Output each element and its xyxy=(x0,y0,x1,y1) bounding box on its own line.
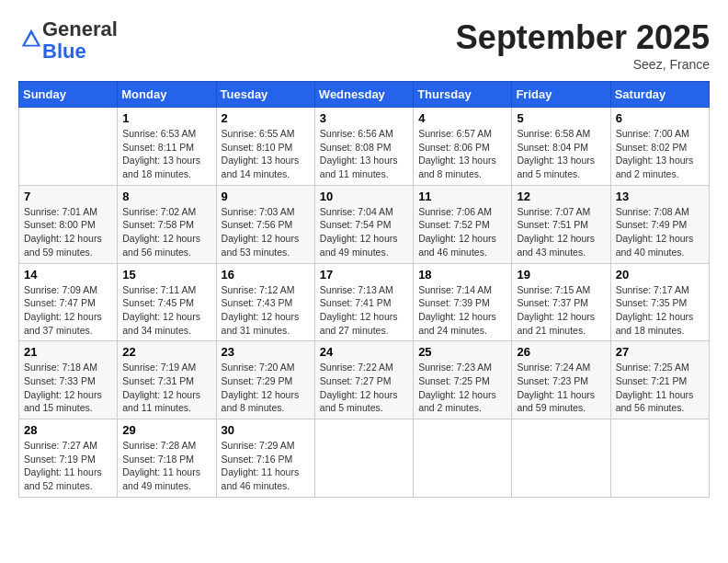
week-row-3: 14Sunrise: 7:09 AMSunset: 7:47 PMDayligh… xyxy=(19,263,710,341)
calendar-cell: 18Sunrise: 7:14 AMSunset: 7:39 PMDayligh… xyxy=(414,263,512,341)
calendar-cell: 16Sunrise: 7:12 AMSunset: 7:43 PMDayligh… xyxy=(216,263,314,341)
calendar-cell: 7Sunrise: 7:01 AMSunset: 8:00 PMDaylight… xyxy=(19,185,118,263)
calendar-cell: 11Sunrise: 7:06 AMSunset: 7:52 PMDayligh… xyxy=(414,185,512,263)
calendar-cell xyxy=(19,108,118,186)
day-number: 9 xyxy=(222,190,310,203)
cell-info: Sunrise: 7:01 AMSunset: 8:00 PMDaylight:… xyxy=(24,205,112,259)
calendar-cell: 29Sunrise: 7:28 AMSunset: 7:18 PMDayligh… xyxy=(118,419,216,498)
day-number: 2 xyxy=(222,111,310,125)
cell-info: Sunrise: 7:20 AMSunset: 7:29 PMDaylight:… xyxy=(222,361,310,415)
logo-icon xyxy=(20,28,42,50)
calendar-cell: 26Sunrise: 7:24 AMSunset: 7:23 PMDayligh… xyxy=(512,341,610,419)
calendar-cell: 22Sunrise: 7:19 AMSunset: 7:31 PMDayligh… xyxy=(118,341,216,419)
cell-info: Sunrise: 7:11 AMSunset: 7:45 PMDaylight:… xyxy=(122,283,210,338)
calendar-cell: 9Sunrise: 7:03 AMSunset: 7:56 PMDaylight… xyxy=(216,185,314,263)
calendar-cell: 21Sunrise: 7:18 AMSunset: 7:33 PMDayligh… xyxy=(19,341,118,419)
calendar-cell: 3Sunrise: 6:56 AMSunset: 8:08 PMDaylight… xyxy=(314,108,413,186)
page-header: General Blue September 2025 Seez, France xyxy=(18,18,710,72)
logo-text: General Blue xyxy=(42,18,118,63)
cell-info: Sunrise: 7:03 AMSunset: 7:56 PMDaylight:… xyxy=(222,205,310,259)
calendar-cell: 20Sunrise: 7:17 AMSunset: 7:35 PMDayligh… xyxy=(610,263,709,341)
calendar-cell: 13Sunrise: 7:08 AMSunset: 7:49 PMDayligh… xyxy=(610,185,709,263)
calendar-cell xyxy=(314,419,413,498)
title-block: September 2025 Seez, France xyxy=(456,18,710,72)
cell-info: Sunrise: 6:58 AMSunset: 8:04 PMDaylight:… xyxy=(517,127,605,181)
day-number: 22 xyxy=(122,345,210,359)
cell-info: Sunrise: 6:53 AMSunset: 8:11 PMDaylight:… xyxy=(122,127,210,181)
cell-info: Sunrise: 7:09 AMSunset: 7:47 PMDaylight:… xyxy=(24,283,112,338)
cell-info: Sunrise: 7:18 AMSunset: 7:33 PMDaylight:… xyxy=(24,361,112,415)
calendar-cell: 4Sunrise: 6:57 AMSunset: 8:06 PMDaylight… xyxy=(414,108,512,186)
day-number: 21 xyxy=(24,345,112,359)
day-number: 7 xyxy=(24,190,112,203)
calendar-cell: 27Sunrise: 7:25 AMSunset: 7:21 PMDayligh… xyxy=(610,341,709,419)
calendar-cell: 12Sunrise: 7:07 AMSunset: 7:51 PMDayligh… xyxy=(512,185,610,263)
day-number: 20 xyxy=(616,268,704,282)
header-day-wednesday: Wednesday xyxy=(314,82,413,108)
calendar-cell: 8Sunrise: 7:02 AMSunset: 7:58 PMDaylight… xyxy=(118,185,216,263)
day-number: 10 xyxy=(320,190,408,203)
week-row-5: 28Sunrise: 7:27 AMSunset: 7:19 PMDayligh… xyxy=(19,419,710,498)
calendar-header-row: SundayMondayTuesdayWednesdayThursdayFrid… xyxy=(19,82,710,108)
calendar-cell: 15Sunrise: 7:11 AMSunset: 7:45 PMDayligh… xyxy=(118,263,216,341)
calendar-cell: 5Sunrise: 6:58 AMSunset: 8:04 PMDaylight… xyxy=(512,108,610,186)
calendar-table: SundayMondayTuesdayWednesdayThursdayFrid… xyxy=(18,81,710,498)
header-day-sunday: Sunday xyxy=(19,82,118,108)
week-row-1: 1Sunrise: 6:53 AMSunset: 8:11 PMDaylight… xyxy=(19,108,710,186)
day-number: 14 xyxy=(24,268,112,282)
calendar-cell: 19Sunrise: 7:15 AMSunset: 7:37 PMDayligh… xyxy=(512,263,610,341)
week-row-2: 7Sunrise: 7:01 AMSunset: 8:00 PMDaylight… xyxy=(19,185,710,263)
day-number: 8 xyxy=(122,190,210,203)
day-number: 25 xyxy=(418,345,506,359)
day-number: 29 xyxy=(122,423,210,437)
calendar-cell: 14Sunrise: 7:09 AMSunset: 7:47 PMDayligh… xyxy=(19,263,118,341)
cell-info: Sunrise: 6:56 AMSunset: 8:08 PMDaylight:… xyxy=(320,127,408,181)
header-day-friday: Friday xyxy=(512,82,610,108)
day-number: 11 xyxy=(418,190,506,203)
calendar-cell: 23Sunrise: 7:20 AMSunset: 7:29 PMDayligh… xyxy=(216,341,314,419)
day-number: 16 xyxy=(222,268,310,282)
cell-info: Sunrise: 6:55 AMSunset: 8:10 PMDaylight:… xyxy=(222,127,310,181)
calendar-cell xyxy=(610,419,709,498)
calendar-cell: 1Sunrise: 6:53 AMSunset: 8:11 PMDaylight… xyxy=(118,108,216,186)
day-number: 13 xyxy=(616,190,704,203)
cell-info: Sunrise: 7:25 AMSunset: 7:21 PMDaylight:… xyxy=(616,361,704,415)
cell-info: Sunrise: 7:14 AMSunset: 7:39 PMDaylight:… xyxy=(418,283,506,338)
day-number: 12 xyxy=(517,190,605,203)
day-number: 15 xyxy=(122,268,210,282)
cell-info: Sunrise: 7:27 AMSunset: 7:19 PMDaylight:… xyxy=(24,439,112,493)
cell-info: Sunrise: 7:15 AMSunset: 7:37 PMDaylight:… xyxy=(517,283,605,338)
cell-info: Sunrise: 7:24 AMSunset: 7:23 PMDaylight:… xyxy=(517,361,605,415)
day-number: 27 xyxy=(616,345,704,359)
cell-info: Sunrise: 7:07 AMSunset: 7:51 PMDaylight:… xyxy=(517,205,605,259)
cell-info: Sunrise: 7:13 AMSunset: 7:41 PMDaylight:… xyxy=(320,283,408,338)
day-number: 18 xyxy=(418,268,506,282)
calendar-cell: 2Sunrise: 6:55 AMSunset: 8:10 PMDaylight… xyxy=(216,108,314,186)
cell-info: Sunrise: 7:22 AMSunset: 7:27 PMDaylight:… xyxy=(320,361,408,415)
cell-info: Sunrise: 7:04 AMSunset: 7:54 PMDaylight:… xyxy=(320,205,408,259)
location-subtitle: Seez, France xyxy=(456,57,710,72)
cell-info: Sunrise: 7:23 AMSunset: 7:25 PMDaylight:… xyxy=(418,361,506,415)
day-number: 30 xyxy=(222,423,310,437)
day-number: 17 xyxy=(320,268,408,282)
calendar-cell: 10Sunrise: 7:04 AMSunset: 7:54 PMDayligh… xyxy=(314,185,413,263)
month-title: September 2025 xyxy=(456,18,710,57)
day-number: 3 xyxy=(320,111,408,125)
cell-info: Sunrise: 7:08 AMSunset: 7:49 PMDaylight:… xyxy=(616,205,704,259)
cell-info: Sunrise: 7:00 AMSunset: 8:02 PMDaylight:… xyxy=(616,127,704,181)
day-number: 4 xyxy=(418,111,506,125)
logo: General Blue xyxy=(18,18,118,63)
week-row-4: 21Sunrise: 7:18 AMSunset: 7:33 PMDayligh… xyxy=(19,341,710,419)
header-day-thursday: Thursday xyxy=(414,82,512,108)
header-day-saturday: Saturday xyxy=(610,82,709,108)
day-number: 6 xyxy=(616,111,704,125)
logo-blue: Blue xyxy=(42,40,86,63)
day-number: 5 xyxy=(517,111,605,125)
day-number: 23 xyxy=(222,345,310,359)
day-number: 24 xyxy=(320,345,408,359)
header-day-monday: Monday xyxy=(118,82,216,108)
calendar-cell xyxy=(414,419,512,498)
calendar-cell: 30Sunrise: 7:29 AMSunset: 7:16 PMDayligh… xyxy=(216,419,314,498)
cell-info: Sunrise: 7:17 AMSunset: 7:35 PMDaylight:… xyxy=(616,283,704,338)
calendar-cell: 25Sunrise: 7:23 AMSunset: 7:25 PMDayligh… xyxy=(414,341,512,419)
